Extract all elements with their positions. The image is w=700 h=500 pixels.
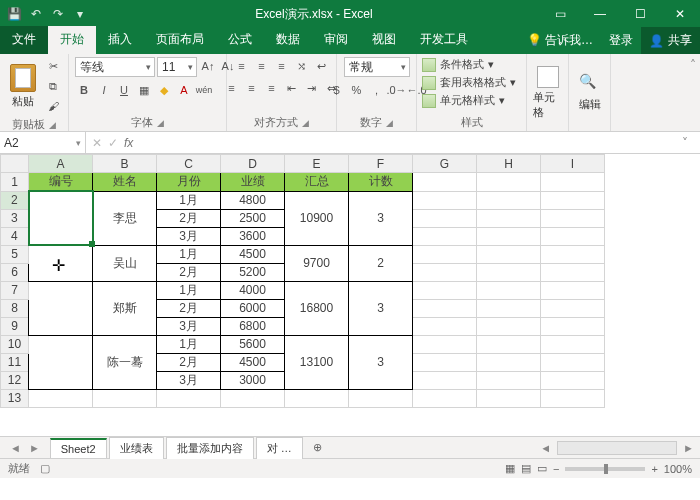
cell[interactable] [285,389,349,407]
cell[interactable]: 1月 [157,245,221,263]
cell[interactable] [477,299,541,317]
cell[interactable] [541,335,605,353]
zoom-out-button[interactable]: − [553,463,559,475]
cell[interactable]: 陈一蓦 [93,335,157,389]
cell[interactable]: 10900 [285,191,349,245]
font-size-select[interactable]: 11 [157,57,197,77]
row-header[interactable]: 2 [1,191,29,209]
cell[interactable] [413,299,477,317]
macro-record-icon[interactable]: ▢ [40,462,50,475]
cell[interactable]: 2月 [157,299,221,317]
cell[interactable]: 6000 [221,299,285,317]
zoom-slider[interactable] [565,467,645,471]
cell[interactable]: 4500 [221,353,285,371]
tab-file[interactable]: 文件 [0,26,48,54]
format-painter-button[interactable]: 🖌 [44,97,62,115]
cell[interactable]: 3月 [157,317,221,335]
cell[interactable]: 月份 [157,173,221,192]
new-sheet-button[interactable]: ⊕ [305,441,330,454]
cell[interactable] [29,281,93,335]
cell[interactable]: 4800 [221,191,285,209]
font-name-select[interactable]: 等线 [75,57,155,77]
cell[interactable]: 5600 [221,335,285,353]
cell-styles-button[interactable]: 单元格样式▾ [422,93,522,108]
cell[interactable] [477,227,541,245]
col-header-a[interactable]: A [29,155,93,173]
row-header[interactable]: 3 [1,209,29,227]
cell[interactable] [413,317,477,335]
dialog-launcher-icon[interactable]: ◢ [302,118,309,128]
row-header[interactable]: 7 [1,281,29,299]
cell[interactable] [541,317,605,335]
cell[interactable] [29,335,93,389]
row-header[interactable]: 8 [1,299,29,317]
cell[interactable] [413,263,477,281]
bold-button[interactable]: B [75,81,93,99]
align-right-button[interactable]: ≡ [263,79,281,97]
maximize-button[interactable]: ☐ [620,0,660,28]
expand-formula-bar-icon[interactable]: ˅ [682,136,694,150]
dialog-launcher-icon[interactable]: ◢ [157,118,164,128]
row-header[interactable]: 10 [1,335,29,353]
cell[interactable]: 3月 [157,371,221,389]
cell[interactable]: 4500 [221,245,285,263]
cell[interactable]: 编号 [29,173,93,192]
cell[interactable]: 1月 [157,191,221,209]
editing-button[interactable]: 🔍编辑 [575,73,604,112]
row-header[interactable]: 4 [1,227,29,245]
page-break-view-icon[interactable]: ▭ [537,462,547,475]
row-header[interactable]: 1 [1,173,29,192]
row-header[interactable]: 5 [1,245,29,263]
copy-button[interactable]: ⧉ [44,77,62,95]
tab-insert[interactable]: 插入 [96,26,144,54]
zoom-in-button[interactable]: + [651,463,657,475]
cell[interactable]: 3 [349,335,413,389]
cell[interactable] [477,191,541,209]
name-box[interactable]: A2 [0,132,86,154]
wrap-text-button[interactable]: ↩ [313,57,331,75]
cell[interactable]: 2月 [157,353,221,371]
ribbon-options-icon[interactable]: ▭ [540,0,580,28]
cell[interactable] [413,353,477,371]
col-header-c[interactable]: C [157,155,221,173]
italic-button[interactable]: I [95,81,113,99]
tab-formulas[interactable]: 公式 [216,26,264,54]
tab-review[interactable]: 审阅 [312,26,360,54]
cell[interactable]: 2500 [221,209,285,227]
tab-home[interactable]: 开始 [48,26,96,54]
redo-icon[interactable]: ↷ [50,6,66,22]
conditional-formatting-button[interactable]: 条件格式▾ [422,57,522,72]
orientation-button[interactable]: ⤭ [293,57,311,75]
cell[interactable] [541,263,605,281]
cut-button[interactable]: ✂ [44,57,62,75]
cell[interactable] [541,389,605,407]
cell[interactable] [29,245,93,281]
row-header[interactable]: 11 [1,353,29,371]
cell[interactable] [413,191,477,209]
cell[interactable]: 1月 [157,281,221,299]
cell[interactable]: 2月 [157,263,221,281]
cell[interactable] [541,173,605,192]
dialog-launcher-icon[interactable]: ◢ [386,118,393,128]
cells-button[interactable]: 单元格 [533,66,562,120]
share-button[interactable]: 👤共享 [641,27,700,54]
align-center-button[interactable]: ≡ [243,79,261,97]
collapse-ribbon-icon[interactable]: ˄ [690,58,696,72]
cell[interactable] [477,173,541,192]
font-color-button[interactable]: A [175,81,193,99]
cell[interactable] [477,245,541,263]
page-layout-view-icon[interactable]: ▤ [521,462,531,475]
cell[interactable] [477,281,541,299]
col-header-g[interactable]: G [413,155,477,173]
align-top-button[interactable]: ≡ [233,57,251,75]
cell[interactable] [413,209,477,227]
cell[interactable] [541,245,605,263]
cell[interactable] [541,353,605,371]
paste-button[interactable]: 粘贴 [6,64,40,109]
increase-indent-button[interactable]: ⇥ [303,79,321,97]
horizontal-scrollbar[interactable] [557,441,677,455]
number-format-select[interactable]: 常规 [344,57,410,77]
cell[interactable] [29,389,93,407]
cell[interactable]: 3000 [221,371,285,389]
percent-button[interactable]: % [348,81,366,99]
